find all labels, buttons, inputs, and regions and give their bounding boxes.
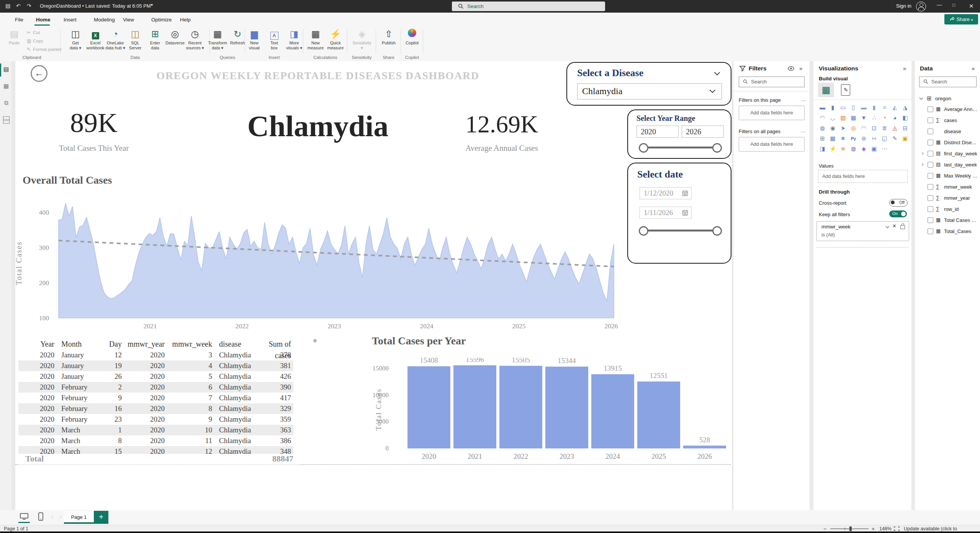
pie-chart-icon[interactable]: ◔ <box>879 113 890 123</box>
table-row[interactable]: 2020March8202011Chlamydia386 <box>18 435 293 446</box>
prev-page-arrow-icon[interactable]: ‹ <box>51 513 53 520</box>
zoom-out-button[interactable]: − <box>823 526 826 532</box>
shape-map-icon[interactable]: ◎ <box>848 123 859 133</box>
zoom-level[interactable]: 146% <box>879 526 892 531</box>
document-title-caret-icon[interactable]: ▼ <box>150 3 154 7</box>
kpi-icon[interactable]: ◬ <box>890 123 900 133</box>
sensitivity--button[interactable]: ◈Sensitivity ▾ <box>352 28 372 50</box>
azure-map-icon[interactable]: ➤ <box>838 123 848 133</box>
bar-2024[interactable] <box>591 374 634 448</box>
new-page-button[interactable]: + <box>94 511 108 524</box>
field-checkbox[interactable] <box>928 217 933 223</box>
menu-tab-view[interactable]: View <box>121 13 136 27</box>
r-script-visual-icon[interactable]: R <box>838 134 848 143</box>
remove-field-icon[interactable]: ✕ <box>892 223 897 229</box>
drill-field-card[interactable]: mmwr_week ✕ is (All) <box>816 221 909 241</box>
key-influencers-icon[interactable]: ⊚ <box>859 134 869 143</box>
transform-data-button[interactable]: ▦Transform data ▾ <box>208 28 227 50</box>
treemap-icon[interactable]: ◧ <box>900 113 910 123</box>
format-visual-tab[interactable]: ✎ <box>841 84 850 96</box>
pbi-addin-icon[interactable]: ◈ <box>859 144 869 154</box>
field-checkbox[interactable] <box>928 106 933 112</box>
date-slider-track[interactable] <box>644 230 715 231</box>
visualizations-collapse-icon[interactable]: » <box>903 65 906 72</box>
text-box-button[interactable]: AText box <box>264 28 284 50</box>
decomposition-tree-icon[interactable]: ∺ <box>869 134 879 143</box>
matrix-icon[interactable]: ▦ <box>828 134 838 143</box>
table-view-icon[interactable]: ▦ <box>2 83 10 90</box>
data-collapse-icon[interactable]: » <box>972 65 975 72</box>
table-row[interactable]: 2020February220206Chlamydia390 <box>18 382 293 393</box>
field-checkbox[interactable] <box>928 173 933 179</box>
table-row[interactable]: 2020March15202012Chlamydia348 <box>18 446 293 454</box>
line-chart-icon[interactable]: ≈ <box>879 103 890 112</box>
table-row[interactable]: 2020January1920204Chlamydia381 <box>18 360 293 371</box>
card-icon[interactable]: ⊡ <box>869 123 879 133</box>
filters-search-input[interactable]: Search <box>739 77 805 87</box>
field-checkbox[interactable] <box>928 206 933 212</box>
year-slider-track[interactable] <box>644 147 715 148</box>
field-checkbox[interactable] <box>928 117 933 123</box>
stacked-area-chart-icon[interactable]: ◮ <box>900 103 910 112</box>
dataverse-button[interactable]: ◎Dataverse <box>165 28 185 46</box>
bar-2023[interactable] <box>545 367 588 448</box>
bar-2022[interactable] <box>499 366 542 448</box>
donut-chart-icon[interactable]: ◕ <box>890 113 900 123</box>
button-slicer-icon[interactable]: ▣ <box>869 144 879 154</box>
table-scrollbar-thumb[interactable] <box>313 339 317 342</box>
date-end-input[interactable]: 1/11/2026 <box>640 207 692 219</box>
account-avatar[interactable] <box>916 2 926 11</box>
desktop-layout-icon[interactable] <box>20 513 28 520</box>
data-field-last_day_week[interactable]: last_day_week <box>944 162 977 168</box>
format-painter-button[interactable]: ✎Format painter <box>27 47 61 54</box>
stacked-bar-chart-icon[interactable]: ▬ <box>817 103 828 112</box>
table-row[interactable]: 2020February1620208Chlamydia329 <box>18 403 293 414</box>
dax-query-view-icon[interactable]: DAX <box>3 116 10 124</box>
disease-dropdown[interactable]: Chlamydia <box>577 83 722 99</box>
bar-2021[interactable] <box>453 365 496 448</box>
next-page-arrow-icon[interactable]: › <box>60 513 62 520</box>
data-field-maxweeklyca[interactable]: Max Weekly Ca... <box>944 173 978 179</box>
data-field-averageannual[interactable]: Average Annual... <box>944 106 978 112</box>
python-visual-icon[interactable]: Py <box>848 134 859 143</box>
calendar-icon[interactable] <box>682 210 688 216</box>
new-measure-button[interactable]: ▦New measure <box>306 28 326 50</box>
line-and-clustered-column-chart-icon[interactable]: ◡ <box>828 113 838 123</box>
smart-narrative-icon[interactable]: ✎ <box>890 134 900 143</box>
multi-row-card-icon[interactable]: ≣ <box>879 123 890 133</box>
quick-measure-button[interactable]: ⚡Quick measure <box>326 28 345 50</box>
onelake-data-hub-button[interactable]: ◔OneLake data hub ▾ <box>105 28 125 50</box>
more-visuals-button[interactable]: ◨More visuals ▾ <box>284 28 304 50</box>
cross-report-toggle[interactable]: Off <box>889 199 908 207</box>
data-field-first_day_week[interactable]: first_day_week <box>944 151 977 156</box>
waterfall-chart-icon[interactable]: ▦ <box>848 113 859 123</box>
year-slider-handle-end[interactable] <box>712 143 722 153</box>
field-checkbox[interactable] <box>928 228 933 234</box>
more-options-icon[interactable]: ⋯ <box>879 144 890 154</box>
filters-all-pages-menu-icon[interactable]: … <box>801 128 806 134</box>
metrics-icon[interactable]: ▣ <box>900 134 910 143</box>
table-row[interactable]: 2020February920207Chlamydia417 <box>18 393 293 403</box>
arcgis-map-icon[interactable]: ◍ <box>848 144 859 154</box>
minimize-button[interactable]: — <box>937 2 942 8</box>
field-checkbox[interactable] <box>928 140 933 145</box>
table-visual[interactable]: YearMonthDaymmwr_yearmmwr_weekdiseaseSum… <box>18 338 293 454</box>
build-visual-tab[interactable]: ▦ <box>818 83 834 97</box>
table-row[interactable]: 2020March1202010Chlamydia363 <box>18 425 293 435</box>
filters-all-pages-dropzone[interactable]: Add data fields here <box>739 137 805 152</box>
document-title[interactable]: OregonDashboard • Last saved: Today at 6… <box>40 3 151 9</box>
values-dropzone[interactable]: Add data fields here <box>818 170 908 183</box>
slicer-collapse-chevron-icon[interactable] <box>714 70 720 76</box>
sign-in-link[interactable]: Sign in <box>896 3 911 9</box>
menu-tab-file[interactable]: File <box>13 13 26 27</box>
data-search-input[interactable]: Search <box>919 77 977 87</box>
cut-button[interactable]: ✂Cut <box>27 30 61 37</box>
data-field-totalcasesthis[interactable]: Total Cases This... <box>944 217 978 223</box>
table-icon[interactable]: ⊞ <box>817 134 828 143</box>
menu-tab-optimize[interactable]: Optimize <box>149 13 174 27</box>
date-slider-handle-start[interactable] <box>639 226 648 236</box>
area-series[interactable] <box>59 203 614 318</box>
recent-sources-button[interactable]: ◷Recent sources ▾ <box>185 28 205 50</box>
year-slider-handle-start[interactable] <box>639 143 648 153</box>
expand-chevron-icon[interactable]: › <box>922 150 924 156</box>
